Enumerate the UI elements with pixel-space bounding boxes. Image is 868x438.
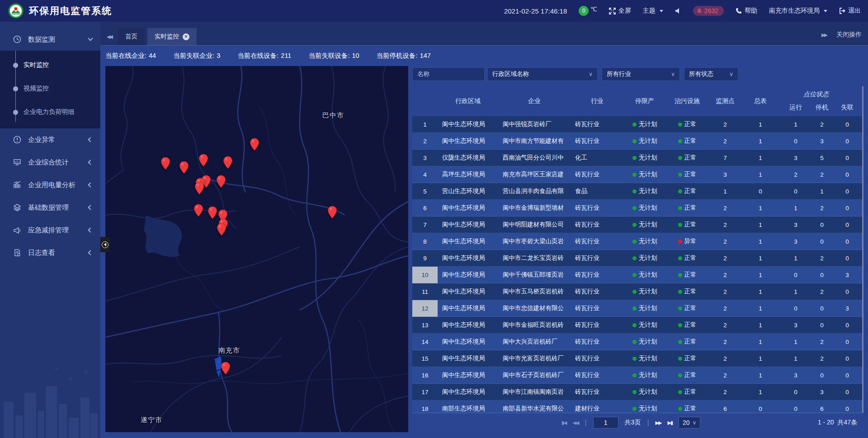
logout-button[interactable]: 退出: [839, 7, 861, 15]
fullscreen-button[interactable]: 全屏: [609, 7, 631, 15]
table-row[interactable]: 16阆中生态环境局阆中市石子页岩机砖厂砖瓦行业无计划正常21300: [412, 367, 863, 384]
lost-cell: 0: [832, 183, 863, 200]
notification-badge[interactable]: 2632: [693, 6, 724, 16]
map-pin-icon[interactable]: [198, 154, 208, 167]
prev-page-button[interactable]: ◀◀: [573, 420, 579, 426]
sidebar-item-2[interactable]: 企业综合统计: [0, 151, 100, 174]
map-pin-icon[interactable]: [327, 206, 337, 219]
region-cell: 阆中生态环境局: [438, 133, 498, 150]
table-row[interactable]: 15阆中生态环境局阆中市光富页岩机砖厂砖瓦行业无计划正常21120: [412, 350, 863, 367]
table-row[interactable]: 10阆中生态环境局阆中千佛镇五郎垭页岩砖瓦行业无计划正常21003: [412, 267, 863, 283]
row-number-cell: 17: [412, 384, 438, 400]
map-panel[interactable]: 巴中市南充市遂宁市: [105, 66, 408, 432]
industry-select[interactable]: 所有行业∨: [602, 67, 680, 81]
table-row[interactable]: 14阆中生态环境局阆中大兴页岩机砖厂砖瓦行业无计划正常21120: [412, 334, 863, 350]
run-cell: 1: [779, 116, 812, 133]
table-row[interactable]: 3仪陇生态环境局西南油气田分公司川中化工无计划正常71350: [412, 150, 863, 166]
sidebar-item-4[interactable]: 基础数据管理: [0, 196, 100, 219]
next-page-button[interactable]: ▶▶: [656, 420, 661, 426]
limit-status-cell: 无计划: [624, 334, 665, 350]
map-pin-icon[interactable]: [221, 362, 231, 375]
status-text: 无计划: [639, 137, 657, 145]
table-row[interactable]: 2阆中生态环境局阆中市南方节能建材有砖瓦行业无计划正常21030: [412, 133, 863, 150]
meters-cell: 1: [741, 384, 779, 400]
mute-button[interactable]: [675, 8, 681, 14]
map-pin-icon[interactable]: [250, 138, 259, 151]
table-scrollbar[interactable]: [862, 86, 863, 413]
sidebar-item-0[interactable]: 数据监测: [0, 28, 100, 51]
points-cell: 1: [709, 183, 741, 200]
map-pin-icon[interactable]: [217, 223, 226, 236]
map-pin-icon[interactable]: [216, 175, 226, 188]
page-size-select[interactable]: 20 ∨: [679, 417, 700, 429]
run-cell: 0: [779, 400, 812, 413]
map-pin-icon[interactable]: [208, 206, 217, 219]
lost-cell: 0: [832, 233, 863, 250]
megaphone-icon: [13, 226, 22, 234]
table-row[interactable]: 4高坪生态环境局南充市高坪区王家店建砖瓦行业无计划正常31220: [412, 166, 863, 183]
tab-close-icon[interactable]: ✕: [183, 33, 189, 40]
page-number-input[interactable]: 1: [593, 417, 618, 429]
run-cell: 3: [779, 317, 812, 334]
col-company: 企业: [498, 86, 571, 116]
row-number-cell: 11: [412, 283, 438, 300]
map-collapse-handle[interactable]: [100, 237, 110, 252]
sidebar-subitem-0[interactable]: 实时监控: [0, 53, 100, 77]
table-row[interactable]: 7阆中生态环境局阆中明阳建材有限公司砖瓦行业无计划正常21300: [412, 217, 863, 233]
status-dot-green: [632, 156, 637, 160]
sidebar-item-5[interactable]: 应急减排管理: [0, 219, 100, 241]
status-dot-green: [678, 340, 682, 344]
submenu-bullet-icon: [13, 86, 18, 91]
company-cell: 阆中大兴页岩机砖厂: [498, 334, 571, 350]
meters-cell: 1: [741, 283, 779, 300]
close-operations-button[interactable]: 关闭操作: [836, 31, 862, 39]
table-row[interactable]: 13阆中生态环境局阆中市金福旺页岩机砖砖瓦行业无计划正常21300: [412, 317, 863, 334]
map-pin-icon[interactable]: [194, 182, 204, 195]
stat-item: 当前在线企业:44: [105, 52, 156, 60]
row-number-cell: 8: [412, 233, 438, 250]
industry-cell: 砖瓦行业: [571, 317, 624, 334]
map-pin-icon[interactable]: [193, 204, 203, 217]
region-cell: 阆中生态环境局: [438, 233, 498, 250]
help-button[interactable]: 帮助: [736, 7, 757, 15]
fullscreen-icon: [609, 8, 616, 14]
points-cell: 2: [709, 133, 741, 150]
first-page-button[interactable]: ▮◀: [561, 420, 566, 426]
tabs-scroll-left-button[interactable]: ◀◀: [107, 34, 112, 40]
status-dot-green: [678, 156, 682, 160]
tab-home[interactable]: 首页: [118, 28, 145, 45]
table-row[interactable]: 12阆中生态环境局阆中市忠信建材有限公砖瓦行业无计划正常21003: [412, 300, 863, 317]
theme-dropdown[interactable]: 主题: [643, 7, 663, 15]
sidebar-item-6[interactable]: 日志查看: [0, 241, 100, 264]
sidebar-subitem-2[interactable]: 企业电力负荷明细: [0, 100, 100, 124]
name-search-input[interactable]: 名称: [412, 67, 485, 81]
table-row[interactable]: 5营山生态环境局营山县润丰肉食品有限食品无计划正常10010: [412, 183, 863, 200]
table-row[interactable]: 17阆中生态环境局阆中市江南镇阆南页岩砖瓦行业无计划正常21030: [412, 384, 863, 400]
last-page-button[interactable]: ▶▮: [667, 420, 672, 426]
limit-status-cell: 无计划: [624, 267, 665, 283]
sidebar-item-1[interactable]: 企业异常: [0, 128, 100, 151]
table-row[interactable]: 18南部生态环境局南部县新华水泥有限公建材行业无计划正常60060: [412, 400, 863, 413]
table-row[interactable]: 8阆中生态环境局阆中市枣碧大梁山页岩砖瓦行业无计划异常21300: [412, 233, 863, 250]
chevron-down-icon: [660, 10, 663, 12]
org-dropdown[interactable]: 南充市生态环境局: [769, 7, 827, 15]
lost-cell: 0: [832, 283, 863, 300]
map-pin-icon[interactable]: [179, 161, 189, 174]
map-pin-icon[interactable]: [223, 156, 233, 169]
table-row[interactable]: 1阆中生态环境局阆中强锐页岩砖厂砖瓦行业无计划正常21120: [412, 116, 863, 133]
map-pin-icon[interactable]: [160, 157, 170, 170]
tabs-scroll-right-button[interactable]: ▶▶: [821, 32, 826, 38]
status-text: 无计划: [639, 154, 657, 162]
status-select[interactable]: 所有状态∨: [684, 67, 738, 81]
points-cell: 2: [709, 317, 741, 334]
table-row[interactable]: 6阆中生态环境局阆中市金博瑞新型墙材砖瓦行业无计划正常21120: [412, 200, 863, 217]
table-row[interactable]: 9阆中生态环境局阆中市二龙长宝页岩砖砖瓦行业无计划正常21120: [412, 250, 863, 267]
sidebar-subitem-1[interactable]: 视频监控: [0, 77, 100, 100]
stop-cell: 2: [812, 200, 832, 217]
tab-realtime-monitor[interactable]: 实时监控 ✕: [147, 28, 197, 45]
sidebar-item-3[interactable]: 企业用电量分析: [0, 174, 100, 196]
region-cell: 阆中生态环境局: [438, 267, 498, 283]
region-select[interactable]: 行政区域名称∨: [487, 67, 598, 81]
points-cell: 2: [709, 250, 741, 267]
table-row[interactable]: 11阆中生态环境局阆中市五马桥页岩机砖砖瓦行业无计划正常21120: [412, 283, 863, 300]
